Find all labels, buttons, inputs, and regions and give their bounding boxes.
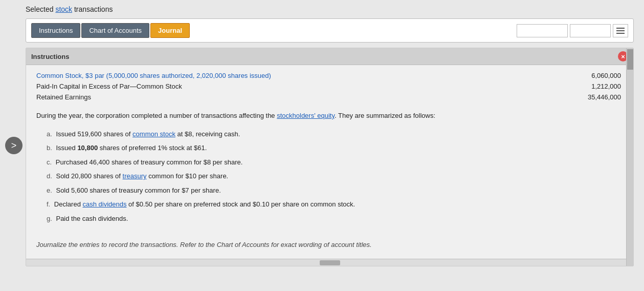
list-view-button[interactable] (613, 24, 628, 37)
table-row: Paid-In Capital in Excess of Par—Common … (36, 81, 621, 92)
list-item: g. Paid the cash dividends. (47, 212, 621, 226)
item-text-b: Issued 10,800 shares of preferred 1% sto… (56, 144, 207, 152)
account-name-2: Paid-In Capital in Excess of Par—Common … (36, 82, 570, 90)
instructions-panel: Instructions × Common Stock, $3 par (5,0… (26, 48, 634, 266)
item-label-g: g. (47, 215, 52, 222)
stock-link[interactable]: stock (55, 5, 72, 13)
list-item: c. Purchased 46,400 shares of treasury c… (47, 155, 621, 170)
tab-right-controls (517, 24, 628, 37)
item-label-d: d. (47, 172, 52, 180)
instructions-title: Instructions (31, 53, 69, 60)
item-label-e: e. (47, 186, 52, 194)
item-text-f: Declared cash dividends of $0.50 per sha… (54, 200, 355, 208)
table-row: Retained Earnings 35,446,000 (36, 92, 621, 102)
stockholders-equity-link[interactable]: stockholders' equity (277, 112, 335, 119)
list-icon (616, 28, 625, 34)
cash-dividends-link[interactable]: cash dividends (83, 200, 127, 208)
page-header: Selected stock transactions (26, 5, 634, 13)
list-item: e. Sold 5,600 shares of treasury common … (47, 183, 621, 198)
account-name-3: Retained Earnings (36, 93, 570, 101)
account-name-1: Common Stock, $3 par (5,000,000 shares a… (36, 72, 570, 79)
item-label-c: c. (47, 158, 52, 166)
item-text-e: Sold 5,600 shares of treasury common for… (56, 186, 220, 194)
table-row: Common Stock, $3 par (5,000,000 shares a… (36, 70, 621, 81)
item-label-b: b. (47, 144, 52, 152)
search-input[interactable] (517, 24, 568, 37)
item-label-f: f. (47, 200, 50, 208)
account-amount-1: 6,060,000 (570, 72, 621, 79)
intro-paragraph: During the year, the corporation complet… (36, 111, 621, 121)
nav-arrow-right[interactable]: > (5, 137, 23, 154)
tab-bar: Instructions Chart of Accounts Journal (26, 18, 634, 43)
item-text-d: Sold 20,800 shares of treasury common fo… (56, 172, 228, 180)
list-item: b. Issued 10,800 shares of preferred 1% … (47, 141, 621, 155)
instructions-body: Common Stock, $3 par (5,000,000 shares a… (26, 65, 633, 259)
common-stock-link-a[interactable]: common stock (132, 130, 175, 138)
item-label-a: a. (47, 130, 52, 138)
scrollbar-thumb (627, 49, 633, 70)
list-item: d. Sold 20,800 shares of treasury common… (47, 169, 621, 183)
list-item: f. Declared cash dividends of $0.50 per … (47, 197, 621, 212)
tab-buttons: Instructions Chart of Accounts Journal (31, 23, 517, 38)
item-text-g: Paid the cash dividends. (56, 215, 128, 222)
main-wrapper: > Selected stock transactions Instructio… (0, 0, 644, 291)
item-text-c: Purchased 46,400 shares of treasury comm… (56, 158, 243, 166)
account-amount-2: 1,212,000 (570, 82, 621, 90)
account-amount-3: 35,446,000 (570, 93, 621, 101)
transaction-list: a. Issued 519,600 shares of common stock… (36, 127, 621, 226)
common-stock-link[interactable]: Common Stock, $3 par (5,000,000 shares a… (36, 72, 271, 79)
tab-journal[interactable]: Journal (150, 23, 190, 38)
tab-chart-of-accounts[interactable]: Chart of Accounts (81, 23, 149, 38)
accounts-table: Common Stock, $3 par (5,000,000 shares a… (36, 70, 621, 102)
tab-instructions[interactable]: Instructions (31, 23, 80, 38)
instructions-header: Instructions × (26, 48, 633, 65)
scrollbar-thumb-horizontal (320, 260, 340, 265)
treasury-link-d[interactable]: treasury (123, 172, 147, 180)
journalize-text: Journalize the entries to record the tra… (36, 241, 621, 248)
item-text-a: Issued 519,600 shares of common stock at… (56, 130, 240, 138)
vertical-scrollbar[interactable] (626, 48, 633, 266)
search-input-2[interactable] (570, 24, 611, 37)
list-item: a. Issued 519,600 shares of common stock… (47, 127, 621, 141)
horizontal-scrollbar[interactable] (26, 259, 633, 266)
